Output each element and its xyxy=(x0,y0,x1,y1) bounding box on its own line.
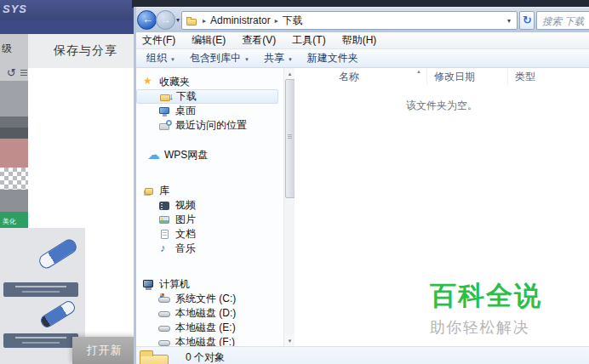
sidebar-item-label: 最近访问的位置 xyxy=(175,118,247,133)
address-toolbar: ▾ ▸ Administrator ▸ 下载 ▾ xyxy=(136,7,589,33)
document-icon xyxy=(158,229,172,241)
column-label: 类型 xyxy=(515,70,535,84)
include-in-library-button[interactable]: 包含到库中 ▼ xyxy=(190,51,249,65)
picture-icon xyxy=(158,214,172,226)
breadcrumb-arrow-icon[interactable]: ▸ xyxy=(203,17,206,25)
new-folder-button[interactable]: 新建文件夹 xyxy=(307,51,358,65)
folder-icon xyxy=(186,15,197,26)
breadcrumb-root[interactable]: Administrator xyxy=(210,14,271,26)
navigation-pane: 收藏夹 下载 桌面 最近访问的位置 WPS网盘 库 视频 图片 xyxy=(136,68,283,346)
search-box[interactable] xyxy=(536,11,589,30)
list-icon xyxy=(20,70,27,77)
sidebar-item-desktop[interactable]: 桌面 xyxy=(136,104,283,118)
address-bar[interactable]: ▸ Administrator ▸ 下载 ▾ xyxy=(181,11,518,30)
sidebar-item-local-disk-d[interactable]: 本地磁盘 (D:) xyxy=(136,306,283,321)
history-dropdown-icon[interactable]: ▾ xyxy=(176,16,180,24)
sidebar-item-favorites[interactable]: 收藏夹 xyxy=(136,75,283,89)
eraser-icon[interactable] xyxy=(37,237,79,271)
menu-bar: 文件(F) 编辑(E) 查看(V) 工具(T) 帮助(H) xyxy=(136,32,589,49)
menu-tools[interactable]: 工具(T) xyxy=(292,33,325,48)
sidebar-item-label: 系统文件 (C:) xyxy=(175,292,236,306)
watermark-title: 百科全说 xyxy=(430,278,589,314)
computer-icon xyxy=(142,279,156,291)
cloud-icon xyxy=(147,150,161,162)
swatch-transparent[interactable] xyxy=(0,168,28,190)
column-header-name[interactable]: 名称 ▲ xyxy=(294,68,427,85)
status-bar: 0 个对象 xyxy=(136,346,589,364)
music-note-icon xyxy=(158,243,172,255)
column-header-date-modified[interactable]: 修改日期 xyxy=(427,68,508,85)
sidebar-item-music[interactable]: 音乐 xyxy=(136,242,283,256)
command-bar: 组织 ▼ 包含到库中 ▼ 共享 ▼ 新建文件夹 xyxy=(136,49,589,68)
sidebar-item-system-drive-c[interactable]: 系统文件 (C:) xyxy=(136,292,283,306)
sidebar-item-local-disk-f[interactable]: 本地磁盘 (F:) xyxy=(136,335,283,346)
sidebar-item-pictures[interactable]: 图片 xyxy=(136,213,283,227)
swatch-red[interactable] xyxy=(0,139,28,168)
sidebar-item-local-disk-e[interactable]: 本地磁盘 (E:) xyxy=(136,321,283,335)
address-dropdown-icon[interactable]: ▾ xyxy=(507,17,513,25)
recent-places-icon xyxy=(158,120,172,132)
drive-icon xyxy=(158,308,172,320)
menu-file[interactable]: 文件(F) xyxy=(142,33,175,48)
sidebar-item-label: 文档 xyxy=(175,227,196,242)
open-button[interactable]: 打开新 xyxy=(72,337,136,364)
sidebar-item-downloads[interactable]: 下载 xyxy=(136,89,278,104)
sidebar-item-label: 桌面 xyxy=(175,104,196,118)
sidebar-item-label: 本地磁盘 (F:) xyxy=(175,335,235,346)
pen-icon[interactable] xyxy=(38,299,77,329)
item-count: 0 个对象 xyxy=(186,350,225,364)
system-drive-icon xyxy=(158,293,172,305)
column-header-row: 名称 ▲ 修改日期 类型 xyxy=(294,68,589,85)
download-folder-icon xyxy=(159,91,173,103)
sidebar-scrollbar[interactable]: ▲ ▼ xyxy=(283,68,294,346)
chevron-down-icon: ▼ xyxy=(170,57,175,62)
editor-panel-header: 保存与分享 xyxy=(28,34,136,68)
library-icon xyxy=(142,185,156,197)
organize-button[interactable]: 组织 ▼ xyxy=(146,51,175,65)
sidebar-item-label: 下载 xyxy=(176,89,197,104)
menu-help[interactable]: 帮助(H) xyxy=(342,33,377,48)
search-input[interactable] xyxy=(537,12,589,29)
sidebar-item-label: 本地磁盘 (D:) xyxy=(175,306,236,321)
sidebar-item-documents[interactable]: 文档 xyxy=(136,227,283,242)
video-icon xyxy=(158,200,172,212)
sidebar-item-wps-cloud[interactable]: WPS网盘 xyxy=(136,148,283,162)
swatch-dark[interactable] xyxy=(0,117,28,139)
organize-label: 组织 xyxy=(146,51,167,65)
menu-edit[interactable]: 编辑(E) xyxy=(192,33,226,48)
sidebar-item-label: WPS网盘 xyxy=(164,148,208,162)
sidebar-item-label: 图片 xyxy=(175,213,196,227)
back-button[interactable] xyxy=(137,10,157,30)
partial-label: 级 xyxy=(2,42,12,56)
sidebar-item-label: 库 xyxy=(159,184,169,198)
beautify-button[interactable]: 美化 xyxy=(0,212,28,228)
star-icon xyxy=(142,77,156,88)
save-and-share-title: 保存与分享 xyxy=(54,43,117,59)
watermark-subtitle: 助你轻松解决 xyxy=(430,317,589,338)
menu-view[interactable]: 查看(V) xyxy=(242,33,276,48)
forward-button[interactable] xyxy=(156,10,175,30)
sidebar-item-libraries[interactable]: 库 xyxy=(136,184,283,198)
breadcrumb-arrow-icon[interactable]: ▸ xyxy=(275,17,278,25)
reset-icon[interactable]: ↺ xyxy=(7,66,16,79)
breadcrumb-current[interactable]: 下载 xyxy=(283,14,303,28)
watermark: 百科全说 助你轻松解决 xyxy=(430,278,589,338)
share-button[interactable]: 共享 ▼ xyxy=(264,51,293,65)
column-header-type[interactable]: 类型 xyxy=(508,68,589,85)
editor-logo: SYS xyxy=(3,3,27,15)
chevron-down-icon: ▼ xyxy=(288,57,293,62)
swatch-gray-2[interactable] xyxy=(0,190,28,212)
share-label: 共享 xyxy=(264,51,284,65)
tool-label-2 xyxy=(3,333,78,348)
swatch-gray[interactable] xyxy=(0,81,28,117)
sidebar-item-label: 视频 xyxy=(175,198,196,213)
sidebar-item-computer[interactable]: 计算机 xyxy=(136,277,283,292)
new-folder-label: 新建文件夹 xyxy=(307,51,358,65)
empty-folder-message: 该文件夹为空。 xyxy=(294,99,589,113)
background-editor-app: SYS 图片 保存与分享 级 ↺ 美化 打开新 xyxy=(0,0,136,364)
sidebar-item-recent-places[interactable]: 最近访问的位置 xyxy=(136,118,283,133)
sidebar-item-label: 计算机 xyxy=(159,277,190,292)
editor-tab-bar: 图片 xyxy=(0,20,136,34)
sidebar-item-videos[interactable]: 视频 xyxy=(136,198,283,213)
refresh-button[interactable] xyxy=(519,11,535,30)
